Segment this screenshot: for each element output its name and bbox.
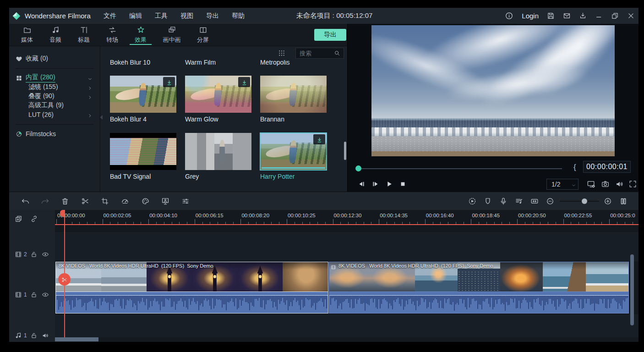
speed-icon[interactable] bbox=[121, 197, 129, 205]
clip-1-waveform[interactable] bbox=[55, 292, 328, 314]
download-badge[interactable] bbox=[313, 134, 325, 144]
fit-timeline-icon[interactable] bbox=[530, 197, 539, 205]
add-track-icon[interactable] bbox=[15, 215, 22, 223]
search-box[interactable] bbox=[295, 48, 344, 59]
play-button[interactable] bbox=[385, 180, 393, 188]
close-button[interactable] bbox=[627, 12, 635, 20]
stop-button[interactable] bbox=[399, 180, 407, 188]
lock-icon[interactable] bbox=[30, 251, 38, 258]
tab-transitions[interactable]: 转场 bbox=[98, 24, 126, 46]
search-input[interactable] bbox=[296, 50, 334, 57]
preview-scrub-bar[interactable] bbox=[359, 168, 562, 169]
marker-icon[interactable] bbox=[484, 197, 492, 205]
display-settings-icon[interactable] bbox=[587, 180, 595, 188]
menu-view[interactable]: 视图 bbox=[174, 8, 200, 24]
zoom-in-icon[interactable] bbox=[604, 197, 612, 205]
fullscreen-icon[interactable] bbox=[628, 180, 637, 188]
info-icon[interactable] bbox=[505, 11, 513, 20]
save-icon[interactable] bbox=[547, 12, 555, 20]
link-icon[interactable] bbox=[30, 215, 38, 223]
split-scissors-icon[interactable] bbox=[81, 197, 89, 205]
effect-warm-glow[interactable]: Warm Glow bbox=[185, 76, 251, 123]
volume-icon[interactable] bbox=[615, 180, 624, 188]
zoom-out-icon[interactable] bbox=[546, 197, 554, 205]
tab-pip[interactable]: 画中画 bbox=[155, 24, 189, 46]
color-palette-icon[interactable] bbox=[141, 197, 149, 205]
sidebar-item-filters[interactable]: 滤镜 (155) bbox=[28, 82, 100, 92]
audio-track-1[interactable] bbox=[55, 314, 639, 337]
timeline-vertical-scrollbar[interactable] bbox=[630, 254, 634, 325]
preview-playhead-dot[interactable] bbox=[355, 165, 361, 171]
crop-icon[interactable] bbox=[101, 197, 109, 205]
tab-audio[interactable]: 音频 bbox=[41, 24, 70, 46]
mail-icon[interactable] bbox=[563, 12, 571, 20]
menu-export[interactable]: 导出 bbox=[200, 8, 225, 24]
sidebar-item-favorites[interactable]: 收藏 (0) bbox=[16, 54, 100, 63]
effect-label[interactable]: Bokeh Blur 10 bbox=[110, 60, 150, 66]
eye-icon[interactable] bbox=[42, 291, 49, 298]
tab-media[interactable]: 媒体 bbox=[13, 24, 41, 46]
sidebar-item-built-in[interactable]: 内置 (280) bbox=[16, 73, 100, 82]
sidebar-item-lut[interactable]: LUT (26) bbox=[28, 110, 100, 119]
timeline-clip-1[interactable]: 8K VIDEOS World 8K Videos HDR UltraHD (1… bbox=[55, 262, 328, 292]
tab-splitscreen[interactable]: 分屏 bbox=[189, 24, 217, 46]
timeline-horizontal-scrollbar[interactable] bbox=[55, 337, 98, 341]
chevron-down-icon[interactable] bbox=[87, 76, 93, 81]
snapshot-camera-icon[interactable] bbox=[601, 180, 610, 188]
effect-label[interactable]: Metropolis bbox=[260, 60, 290, 66]
zoom-slider-knob[interactable] bbox=[582, 198, 587, 204]
menu-file[interactable]: 文件 bbox=[97, 8, 123, 24]
undo-icon[interactable] bbox=[21, 197, 29, 205]
render-preview-icon[interactable] bbox=[468, 197, 476, 205]
dual-panel-icon[interactable] bbox=[619, 197, 628, 205]
adjust-sliders-icon[interactable] bbox=[181, 197, 190, 205]
download-badge[interactable] bbox=[163, 77, 175, 87]
menu-tools[interactable]: 工具 bbox=[148, 8, 174, 24]
playback-quality-select[interactable]: 1/2 bbox=[546, 179, 579, 190]
previous-frame-button[interactable] bbox=[358, 180, 366, 188]
next-frame-button[interactable] bbox=[371, 180, 379, 188]
minimize-button[interactable] bbox=[595, 12, 603, 20]
audio-mixer-icon[interactable] bbox=[515, 197, 523, 205]
playhead-scissors-badge[interactable] bbox=[58, 273, 71, 286]
timeline-playhead[interactable] bbox=[64, 210, 65, 338]
menu-edit[interactable]: 编辑 bbox=[123, 8, 148, 24]
lock-icon[interactable] bbox=[30, 332, 38, 339]
speaker-icon[interactable] bbox=[42, 332, 49, 339]
timeline-zoom-slider[interactable] bbox=[560, 201, 599, 202]
menu-help[interactable]: 帮助 bbox=[225, 8, 251, 24]
playhead-flag[interactable] bbox=[60, 210, 65, 217]
chevron-right-icon[interactable] bbox=[87, 85, 93, 90]
video-track-2[interactable] bbox=[55, 232, 639, 261]
login-button[interactable]: Login bbox=[522, 12, 539, 20]
green-screen-icon[interactable] bbox=[161, 197, 169, 205]
mark-in-icon[interactable]: { bbox=[573, 163, 576, 172]
download-badge[interactable] bbox=[238, 77, 250, 87]
effect-bokeh-blur-4[interactable]: Bokeh Blur 4 bbox=[110, 76, 176, 123]
effect-label[interactable]: Warm Film bbox=[185, 60, 216, 66]
delete-icon[interactable] bbox=[61, 197, 69, 205]
chevron-right-icon[interactable] bbox=[87, 112, 93, 117]
effect-bad-tv-signal[interactable]: Bad TV Signal bbox=[110, 133, 176, 180]
effects-scrollbar[interactable] bbox=[344, 142, 346, 160]
effect-brannan[interactable]: Brannan bbox=[260, 76, 327, 123]
preview-timecode[interactable]: 00:00:00:01 bbox=[583, 161, 631, 173]
tab-titles[interactable]: 标题 bbox=[70, 24, 98, 46]
grid-view-icon[interactable] bbox=[278, 50, 285, 57]
sidebar-item-advanced-tools[interactable]: 高级工具 (9) bbox=[28, 101, 100, 110]
lock-icon[interactable] bbox=[30, 291, 38, 298]
eye-icon[interactable] bbox=[42, 251, 49, 258]
export-button[interactable]: 导出 bbox=[314, 29, 346, 41]
record-voiceover-icon[interactable] bbox=[499, 197, 508, 205]
restore-button[interactable] bbox=[611, 12, 619, 20]
download-icon[interactable] bbox=[579, 12, 587, 20]
redo-icon[interactable] bbox=[41, 197, 49, 205]
sidebar-item-filmstocks[interactable]: Filmstocks bbox=[16, 129, 100, 138]
timeline-ruler[interactable]: 00:00:00:0000:00:02:0500:00:04:1000:00:0… bbox=[55, 210, 639, 225]
effect-grey[interactable]: Grey bbox=[185, 133, 251, 180]
chevron-right-icon[interactable] bbox=[87, 94, 93, 99]
effect-harry-potter[interactable]: Harry Potter bbox=[260, 133, 327, 180]
timeline-clip-2[interactable]: 8K VIDEOS World 8K Videos HDR UltraHD (1… bbox=[329, 262, 629, 292]
tab-effects[interactable]: 效果 bbox=[126, 24, 155, 46]
clip-2-waveform[interactable] bbox=[329, 292, 629, 314]
